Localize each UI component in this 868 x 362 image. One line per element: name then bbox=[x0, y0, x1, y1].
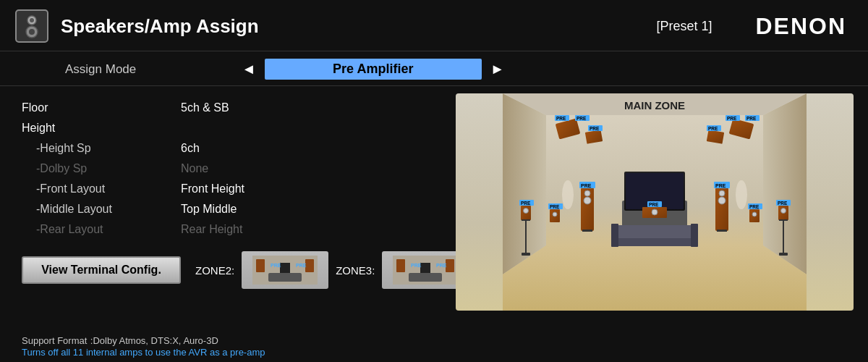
svg-rect-6 bbox=[256, 259, 265, 272]
height-label: Height bbox=[22, 122, 181, 135]
svg-text:PRE: PRE bbox=[581, 183, 592, 188]
svg-rect-49 bbox=[522, 253, 530, 256]
assign-mode-value: Pre Amplifier bbox=[265, 59, 482, 80]
svg-rect-47 bbox=[522, 219, 530, 221]
view-terminal-button[interactable]: View Terminal Config. bbox=[22, 256, 181, 284]
svg-text:PRE: PRE bbox=[556, 116, 566, 121]
front-layout-value: Front Height bbox=[181, 182, 244, 195]
svg-point-40 bbox=[719, 190, 725, 196]
speaker-icon bbox=[14, 9, 49, 43]
rear-layout-value: Rear Height bbox=[181, 223, 242, 236]
floor-label: Floor bbox=[22, 101, 181, 114]
svg-rect-56 bbox=[779, 253, 788, 256]
zone2-thumbnail: PRE PRE bbox=[242, 251, 328, 289]
svg-text:PRE: PRE bbox=[649, 202, 659, 207]
svg-point-25 bbox=[736, 180, 747, 209]
svg-text:PRE: PRE bbox=[576, 116, 587, 121]
svg-text:PRE: PRE bbox=[436, 263, 447, 268]
svg-text:PRE: PRE bbox=[271, 263, 281, 268]
svg-text:PRE: PRE bbox=[715, 183, 726, 188]
svg-rect-36 bbox=[582, 230, 592, 232]
svg-text:PRE: PRE bbox=[521, 201, 531, 206]
svg-point-35 bbox=[584, 197, 591, 204]
svg-marker-21 bbox=[763, 93, 807, 274]
zone3-label: ZONE3: bbox=[336, 264, 375, 277]
height-sp-row: -Height Sp 6ch bbox=[22, 138, 441, 159]
preset-label: [Preset 1] bbox=[656, 19, 712, 34]
assign-mode-control: ◄ Pre Amplifier ► bbox=[239, 59, 508, 80]
svg-text:PRE: PRE bbox=[708, 126, 718, 131]
svg-rect-31 bbox=[611, 224, 618, 247]
floor-value: 5ch & SB bbox=[181, 101, 229, 114]
middle-layout-value: Top Middle bbox=[181, 203, 237, 216]
rear-layout-label: -Rear Layout bbox=[22, 223, 181, 236]
rear-layout-row: -Rear Layout Rear Height bbox=[22, 219, 441, 240]
svg-point-34 bbox=[584, 190, 590, 196]
zone2-label: ZONE2: bbox=[195, 264, 234, 277]
height-row: Height bbox=[22, 118, 441, 138]
footer-support-row: Support Format :Dolby Atmos, DTS:X, Auro… bbox=[22, 334, 846, 347]
assign-right-arrow[interactable]: ► bbox=[488, 61, 508, 77]
svg-marker-20 bbox=[503, 93, 546, 274]
svg-text:PRE: PRE bbox=[727, 116, 737, 121]
dolby-sp-value: None bbox=[181, 162, 208, 175]
svg-text:PRE: PRE bbox=[746, 116, 757, 121]
footer-note: Turns off all 11 internal amps to use th… bbox=[22, 347, 846, 358]
assign-mode-label: Assign Mode bbox=[65, 62, 239, 77]
svg-point-4 bbox=[29, 29, 35, 35]
header: Speakers/Amp Assign [Preset 1] DENON bbox=[0, 0, 868, 51]
svg-rect-32 bbox=[691, 224, 698, 247]
svg-rect-42 bbox=[717, 230, 727, 232]
settings-panel: Floor 5ch & SB Height -Height Sp 6ch -Do… bbox=[22, 93, 441, 311]
svg-text:PRE: PRE bbox=[411, 263, 422, 268]
svg-text:PRE: PRE bbox=[590, 126, 600, 131]
svg-text:PRE: PRE bbox=[749, 204, 760, 209]
svg-text:PRE: PRE bbox=[550, 204, 560, 209]
front-layout-row: -Front Layout Front Height bbox=[22, 179, 441, 199]
svg-rect-9 bbox=[268, 273, 302, 282]
svg-rect-30 bbox=[615, 225, 694, 238]
svg-point-2 bbox=[30, 18, 34, 22]
middle-layout-label: -Middle Layout bbox=[22, 203, 181, 216]
footer: Support Format :Dolby Atmos, DTS:X, Auro… bbox=[0, 331, 868, 362]
floor-row: Floor 5ch & SB bbox=[22, 98, 441, 118]
middle-layout-row: -Middle Layout Top Middle bbox=[22, 199, 441, 219]
svg-point-84 bbox=[752, 212, 757, 216]
svg-point-80 bbox=[553, 212, 557, 216]
height-sp-value: 6ch bbox=[181, 142, 200, 155]
svg-rect-15 bbox=[446, 259, 454, 272]
svg-text:PRE: PRE bbox=[778, 201, 788, 206]
svg-point-41 bbox=[718, 197, 726, 204]
assign-mode-row: Assign Mode ◄ Pre Amplifier ► bbox=[0, 51, 868, 86]
height-sp-label: -Height Sp bbox=[22, 142, 181, 155]
front-layout-label: -Front Layout bbox=[22, 182, 181, 195]
svg-point-24 bbox=[562, 180, 574, 209]
assign-left-arrow[interactable]: ◄ bbox=[239, 61, 259, 77]
svg-rect-16 bbox=[409, 273, 442, 282]
svg-point-60 bbox=[652, 209, 658, 215]
svg-rect-13 bbox=[396, 259, 405, 272]
svg-text:PRE: PRE bbox=[296, 263, 307, 268]
room-visualization: MAIN ZONE bbox=[456, 93, 854, 311]
dolby-sp-row: -Dolby Sp None bbox=[22, 159, 441, 179]
main-content: Floor 5ch & SB Height -Height Sp 6ch -Do… bbox=[0, 86, 868, 311]
support-label: Support Format bbox=[22, 335, 87, 346]
brand-logo: DENON bbox=[755, 13, 846, 40]
svg-point-46 bbox=[524, 209, 529, 214]
dolby-sp-label: -Dolby Sp bbox=[22, 162, 181, 175]
svg-rect-54 bbox=[779, 219, 788, 221]
svg-point-53 bbox=[781, 209, 786, 214]
svg-marker-22 bbox=[503, 245, 807, 311]
room-title: MAIN ZONE bbox=[456, 96, 854, 114]
page-title: Speakers/Amp Assign bbox=[61, 15, 656, 38]
support-value: :Dolby Atmos, DTS:X, Auro-3D bbox=[90, 335, 218, 346]
svg-rect-8 bbox=[305, 259, 314, 272]
